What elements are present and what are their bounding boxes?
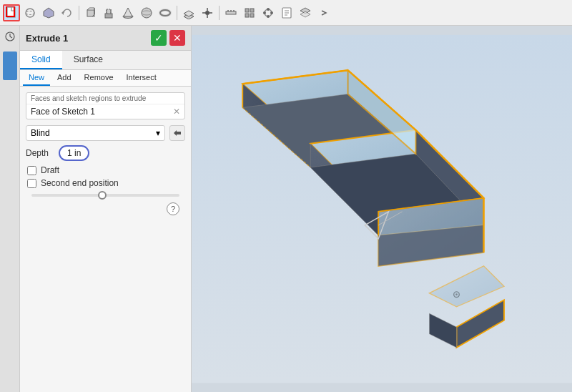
- solid-icon[interactable]: [40, 4, 57, 21]
- box-icon[interactable]: [82, 4, 99, 21]
- left-sidebar: [0, 26, 20, 392]
- svg-point-17: [160, 10, 170, 16]
- second-end-checkbox[interactable]: [27, 179, 36, 188]
- svg-rect-25: [226, 11, 236, 14]
- depth-row: Depth 1 in: [26, 145, 185, 161]
- align-icon[interactable]: [241, 4, 258, 21]
- svg-marker-5: [61, 11, 64, 15]
- type-select-value: Blind: [31, 128, 50, 138]
- slider-container: [26, 191, 185, 200]
- depth-label: Depth: [26, 148, 54, 158]
- chevron-more-icon[interactable]: [315, 4, 332, 21]
- faces-field-row: Face of Sketch 1 ✕: [26, 104, 184, 119]
- svg-marker-13: [124, 8, 132, 16]
- tab-solid[interactable]: Solid: [20, 51, 62, 69]
- toolbar: [0, 0, 572, 26]
- faces-field-group: Faces and sketch regions to extrude Face…: [26, 92, 185, 119]
- type-row: Blind ▾: [26, 125, 185, 141]
- svg-rect-9: [107, 9, 111, 14]
- sphere-icon[interactable]: [138, 4, 155, 21]
- type-select[interactable]: Blind ▾: [26, 125, 165, 141]
- svg-rect-8: [105, 14, 112, 18]
- new-file-icon[interactable]: [3, 4, 20, 21]
- cancel-button[interactable]: ✕: [169, 30, 185, 46]
- type-select-chevron: ▾: [156, 128, 160, 138]
- help-icon[interactable]: ?: [167, 202, 179, 215]
- confirm-button[interactable]: ✓: [151, 30, 167, 46]
- help-row: ?: [26, 200, 185, 218]
- draft-label: Draft: [41, 165, 59, 175]
- subtab-new[interactable]: New: [23, 70, 50, 86]
- svg-line-46: [10, 36, 12, 38]
- svg-point-36: [267, 15, 270, 18]
- slider-thumb[interactable]: [98, 191, 107, 200]
- extrude-header-buttons: ✓ ✕: [151, 30, 185, 46]
- depth-input[interactable]: 1 in: [59, 145, 89, 161]
- svg-marker-43: [300, 11, 310, 17]
- freeform-icon[interactable]: [260, 4, 277, 21]
- svg-point-34: [267, 8, 270, 11]
- cone-icon[interactable]: [119, 4, 137, 21]
- slider-track[interactable]: [31, 194, 179, 197]
- subtab-add[interactable]: Add: [51, 70, 77, 86]
- torus-icon[interactable]: [157, 4, 174, 21]
- sep1: [79, 6, 79, 20]
- blue-panel-indicator: [3, 52, 17, 80]
- sep3: [219, 6, 220, 20]
- sep2: [177, 6, 177, 20]
- subtab-remove[interactable]: Remove: [79, 70, 119, 86]
- svg-marker-4: [44, 8, 54, 18]
- svg-point-14: [142, 8, 152, 18]
- plane-icon[interactable]: [180, 4, 197, 21]
- rotate-icon[interactable]: [59, 4, 76, 21]
- svg-marker-47: [174, 130, 181, 136]
- draft-row: Draft: [26, 165, 185, 175]
- measure2-icon[interactable]: [222, 4, 240, 21]
- flip-direction-button[interactable]: [169, 125, 185, 141]
- main-area: Extrude 1 ✓ ✕ Solid Surface New Add Remo…: [0, 26, 572, 392]
- extrude2-icon[interactable]: [101, 4, 118, 21]
- second-end-row: Second end position: [26, 178, 185, 188]
- faces-field-value: Face of Sketch 1: [31, 107, 173, 117]
- svg-point-20: [205, 11, 209, 15]
- clock-icon[interactable]: [2, 29, 18, 44]
- extrude-header: Extrude 1 ✓ ✕: [20, 26, 191, 51]
- svg-rect-29: [245, 9, 249, 12]
- svg-point-2: [26, 9, 34, 17]
- tab-surface[interactable]: Surface: [62, 51, 114, 69]
- main-tabs: Solid Surface: [20, 51, 191, 70]
- viewport[interactable]: [192, 26, 572, 392]
- svg-rect-32: [250, 14, 254, 17]
- draft-checkbox[interactable]: [27, 166, 36, 175]
- extrude-title: Extrude 1: [26, 33, 68, 44]
- subtab-intersect[interactable]: Intersect: [121, 70, 162, 86]
- svg-rect-31: [245, 14, 249, 17]
- svg-rect-30: [250, 9, 254, 12]
- faces-field-label: Faces and sketch regions to extrude: [26, 93, 184, 104]
- layers-icon[interactable]: [297, 4, 314, 21]
- second-end-label: Second end position: [41, 178, 119, 188]
- faces-clear-icon[interactable]: ✕: [173, 107, 180, 117]
- extrude-panel: Extrude 1 ✓ ✕ Solid Surface New Add Remo…: [20, 26, 192, 392]
- orbit-icon[interactable]: [21, 4, 39, 21]
- point-icon[interactable]: [199, 4, 216, 21]
- sheet-icon[interactable]: [278, 4, 295, 21]
- svg-point-35: [270, 11, 273, 14]
- panel-content: Faces and sketch regions to extrude Face…: [20, 87, 191, 224]
- svg-point-3: [26, 11, 34, 14]
- svg-point-37: [263, 11, 266, 14]
- subtabs: New Add Remove Intersect: [20, 70, 191, 87]
